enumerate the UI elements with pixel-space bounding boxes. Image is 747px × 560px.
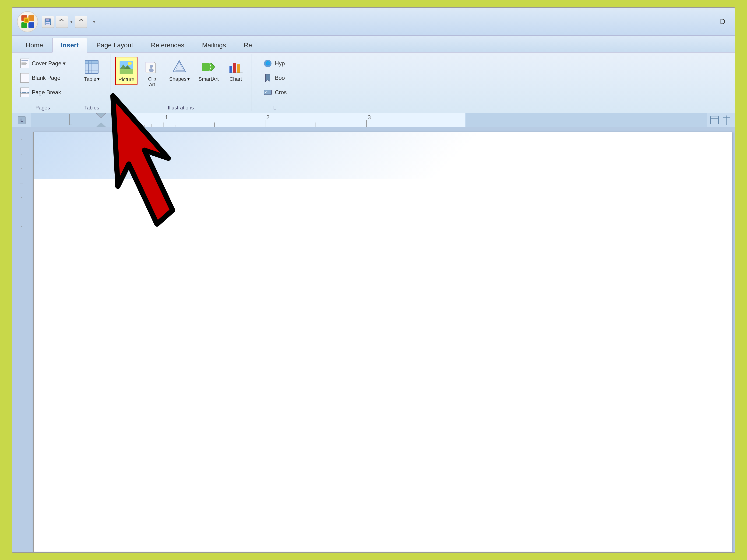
undo-dropdown-arrow[interactable]: ▾ [70,19,73,25]
document-scroll[interactable] [31,127,735,552]
redo-button[interactable] [75,16,87,28]
clip-art-button[interactable]: ClipArt [141,57,163,89]
sidebar-mark: · [21,223,22,229]
illustrations-items: Picture ClipArt [115,56,246,103]
picture-button[interactable]: Picture [115,57,137,85]
tab-page-layout[interactable]: Page Layout [88,38,142,52]
ribbon-content: Cover Page ▾ Blank Page [12,53,735,113]
clip-art-label: ClipArt [148,76,156,87]
blank-page-label: Blank Page [32,75,60,81]
svg-rect-28 [85,60,98,64]
smartart-label: SmartArt [199,76,219,82]
hyperlink-button[interactable]: 🌐 Hyp [260,57,287,70]
bookmark-button[interactable]: Boo [260,71,287,85]
svg-text:3: 3 [368,114,371,121]
illustrations-group-label: Illustrations [168,103,194,111]
toolbar-separator [90,17,90,26]
bookmark-label: Boo [275,75,285,81]
blank-page-icon [20,73,30,83]
cross-reference-button[interactable]: Cros [260,86,289,99]
chart-button[interactable]: Chart [225,57,247,84]
sidebar-mark: · [21,209,22,215]
hyperlink-label: Hyp [275,60,285,67]
sidebar-mark: · [21,151,22,157]
page-header-decoration [34,132,732,179]
picture-label: Picture [118,77,134,83]
shapes-label: Shapes [169,76,186,82]
customize-dropdown[interactable]: ▾ [93,19,95,25]
chart-label: Chart [229,76,242,82]
blank-page-button[interactable]: Blank Page [17,71,63,85]
cover-page-button[interactable]: Cover Page ▾ [17,57,68,70]
ruler-view-icon[interactable] [710,115,720,125]
svg-rect-14 [22,62,26,62]
svg-marker-52 [265,74,270,82]
svg-rect-18 [21,88,29,92]
page-break-icon [20,87,30,98]
pages-items: Cover Page ▾ Blank Page [17,56,68,103]
bookmark-icon [263,73,273,83]
svg-rect-58 [465,113,706,127]
smartart-icon [200,59,216,75]
ruler-horizontal: · 1 2 3 [31,113,706,127]
ribbon-group-links: 🌐 Hyp Boo [251,54,298,111]
svg-rect-16 [22,64,26,65]
cover-page-icon [20,58,30,69]
svg-rect-9 [46,23,50,24]
page-break-label: Page Break [32,89,61,96]
svg-rect-1 [28,15,34,21]
shapes-button[interactable]: Shapes ▾ [166,57,192,84]
hyperlink-icon: 🌐 [263,58,273,69]
links-items: 🌐 Hyp Boo [260,56,289,103]
save-button[interactable] [42,16,54,28]
table-button[interactable]: Table ▾ [81,57,102,84]
chart-icon [228,59,244,75]
svg-rect-45 [229,66,232,73]
quick-access-toolbar: ▾ ▾ [42,16,95,28]
tab-references[interactable]: References [142,38,193,52]
svg-rect-3 [28,22,34,28]
tab-mailings[interactable]: Mailings [193,38,235,52]
svg-marker-41 [202,63,215,71]
cover-page-label: Cover Page ▾ [32,60,66,67]
svg-text:·: · [115,115,117,121]
svg-rect-33 [120,69,133,74]
svg-text:1: 1 [165,114,168,121]
svg-rect-78 [711,116,719,124]
links-group-label: L [273,103,276,111]
svg-rect-47 [237,64,240,73]
clip-art-icon [144,59,160,75]
svg-rect-17 [21,73,29,83]
ribbon-group-tables: Table ▾ Tables [73,54,110,111]
document-page[interactable] [33,132,732,552]
svg-rect-2 [21,22,27,28]
svg-text:🌐: 🌐 [265,61,270,65]
tab-insert[interactable]: Insert [52,38,87,53]
title-bar: ▾ ▾ D [12,8,735,36]
picture-icon [118,59,134,76]
svg-point-34 [128,61,132,65]
document-area: · · · – · · · [12,127,735,552]
cross-reference-icon [263,87,273,98]
svg-rect-15 [22,63,27,64]
svg-rect-46 [233,63,236,73]
table-icon [83,59,100,75]
page-break-button[interactable]: Page Break [17,86,63,99]
ribbon-group-illustrations: Picture ClipArt [110,54,251,111]
svg-rect-7 [46,19,49,21]
ruler-corner[interactable]: L [12,113,31,127]
sidebar-mark: · [21,136,22,142]
ruler-marker-icon[interactable] [722,115,732,125]
tab-review[interactable]: Re [235,38,261,52]
svg-rect-13 [22,60,28,61]
office-logo[interactable] [17,11,38,32]
pages-group-label: Pages [35,103,50,111]
ruler-container: L · 1 2 3 [12,113,735,127]
smartart-button[interactable]: SmartArt [196,57,221,84]
tables-group-label: Tables [84,103,99,111]
sidebar-mark: · [21,165,22,171]
undo-button[interactable] [56,16,68,28]
tab-home[interactable]: Home [17,38,52,52]
document-sidebar: · · · – · · · [12,127,31,552]
sidebar-mark: · [21,194,22,201]
